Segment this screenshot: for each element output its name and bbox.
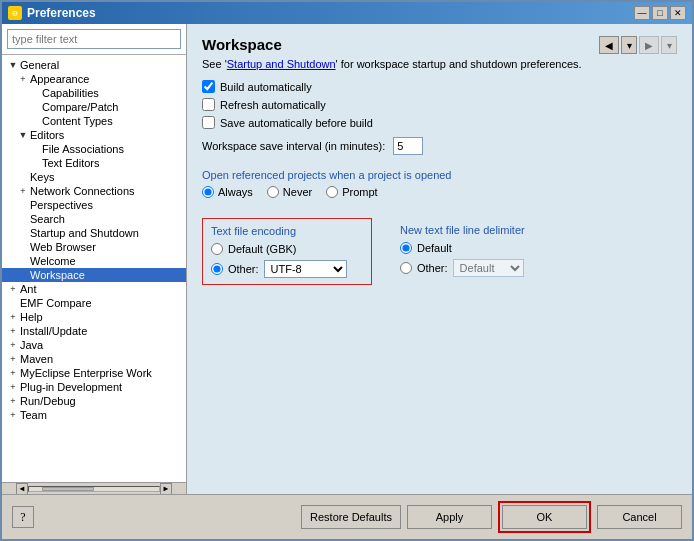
- description-prefix: See ': [202, 58, 227, 70]
- expand-icon-team: +: [6, 410, 20, 420]
- expand-icon-run-debug: +: [6, 396, 20, 406]
- sidebar-item-content-types[interactable]: Content Types: [2, 114, 186, 128]
- checkboxes-area: Build automaticallyRefresh automatically…: [202, 80, 677, 134]
- scroll-right-arrow[interactable]: ▶: [160, 483, 172, 495]
- expand-icon-ant: +: [6, 284, 20, 294]
- forward-dropdown-button[interactable]: ▾: [661, 36, 677, 54]
- sidebar-item-capabilities[interactable]: Capabilities: [2, 86, 186, 100]
- back-dropdown-button[interactable]: ▾: [621, 36, 637, 54]
- tree-label-network-connections: Network Connections: [30, 185, 135, 197]
- sidebar-item-perspectives[interactable]: Perspectives: [2, 198, 186, 212]
- ok-button[interactable]: OK: [502, 505, 587, 529]
- open-ref-prompt-radio[interactable]: [326, 186, 338, 198]
- open-ref-radio-item-never: Never: [267, 186, 312, 198]
- sidebar-item-startup-shutdown[interactable]: Startup and Shutdown: [2, 226, 186, 240]
- help-button[interactable]: ?: [12, 506, 34, 528]
- restore-button[interactable]: □: [652, 6, 668, 20]
- sidebar-item-welcome[interactable]: Welcome: [2, 254, 186, 268]
- expand-icon-maven: +: [6, 354, 20, 364]
- text-encoding-box: Text file encoding Default (GBK) Other: …: [202, 218, 372, 285]
- encoding-dropdown[interactable]: UTF-8UTF-16ISO-8859-1GBK: [264, 260, 347, 278]
- close-button[interactable]: ✕: [670, 6, 686, 20]
- sidebar-item-workspace[interactable]: Workspace: [2, 268, 186, 282]
- sidebar-item-file-associations[interactable]: File Associations: [2, 142, 186, 156]
- sidebar-scrollbar: ◀ ▶: [2, 482, 186, 494]
- sidebar-item-text-editors[interactable]: Text Editors: [2, 156, 186, 170]
- sidebar-item-ant[interactable]: +Ant: [2, 282, 186, 296]
- open-ref-always-radio[interactable]: [202, 186, 214, 198]
- nl-dropdown[interactable]: DefaultUnixWindowsMac: [453, 259, 524, 277]
- tree-label-appearance: Appearance: [30, 73, 89, 85]
- cancel-button[interactable]: Cancel: [597, 505, 682, 529]
- title-bar: ⚙ Preferences — □ ✕: [2, 2, 692, 24]
- sidebar-item-maven[interactable]: +Maven: [2, 352, 186, 366]
- sidebar-item-plugin-dev[interactable]: +Plug-in Development: [2, 380, 186, 394]
- save-before-build-checkbox[interactable]: [202, 116, 215, 129]
- expand-icon-editors: ▼: [16, 130, 30, 140]
- sidebar-item-web-browser[interactable]: Web Browser: [2, 240, 186, 254]
- sidebar-item-java[interactable]: +Java: [2, 338, 186, 352]
- scroll-left-arrow[interactable]: ◀: [16, 483, 28, 495]
- sidebar-item-run-debug[interactable]: +Run/Debug: [2, 394, 186, 408]
- expand-icon-general: ▼: [6, 60, 20, 70]
- tree-label-workspace: Workspace: [30, 269, 85, 281]
- expand-icon-install-update: +: [6, 326, 20, 336]
- main-content: ▼General+AppearanceCapabilitiesCompare/P…: [2, 24, 692, 494]
- filter-input[interactable]: [7, 29, 181, 49]
- tree-label-ant: Ant: [20, 283, 37, 295]
- nl-default-radio[interactable]: [400, 242, 412, 254]
- bottom-bar: ? Restore Defaults Apply OK Cancel: [2, 494, 692, 539]
- description-suffix: ' for workspace startup and shutdown pre…: [336, 58, 582, 70]
- ok-wrap: OK: [498, 501, 591, 533]
- minimize-button[interactable]: —: [634, 6, 650, 20]
- tree-label-file-associations: File Associations: [42, 143, 124, 155]
- refresh-auto-checkbox[interactable]: [202, 98, 215, 111]
- restore-defaults-button[interactable]: Restore Defaults: [301, 505, 401, 529]
- open-ref-prompt-label: Prompt: [342, 186, 377, 198]
- right-panel: Workspace ◀ ▾ ▶ ▾ See 'Startup and Shutd…: [187, 24, 692, 494]
- refresh-auto-label: Refresh automatically: [220, 99, 326, 111]
- startup-shutdown-link[interactable]: Startup and Shutdown: [227, 58, 336, 70]
- tree-label-myeclipse: MyEclipse Enterprise Work: [20, 367, 152, 379]
- sidebar-item-myeclipse[interactable]: +MyEclipse Enterprise Work: [2, 366, 186, 380]
- other-encoding-label: Other:: [228, 263, 259, 275]
- open-ref-never-radio[interactable]: [267, 186, 279, 198]
- sidebar-item-install-update[interactable]: +Install/Update: [2, 324, 186, 338]
- back-button[interactable]: ◀: [599, 36, 619, 54]
- nl-other-radio[interactable]: [400, 262, 412, 274]
- checkbox-row-refresh-auto: Refresh automatically: [202, 98, 677, 111]
- sidebar-item-appearance[interactable]: +Appearance: [2, 72, 186, 86]
- tree-label-web-browser: Web Browser: [30, 241, 96, 253]
- bottom-left: ?: [12, 506, 34, 528]
- tree-label-run-debug: Run/Debug: [20, 395, 76, 407]
- tree-label-keys: Keys: [30, 171, 54, 183]
- tree-label-capabilities: Capabilities: [42, 87, 99, 99]
- nl-other-row: Other: DefaultUnixWindowsMac: [400, 259, 554, 277]
- sidebar-item-network-connections[interactable]: +Network Connections: [2, 184, 186, 198]
- save-interval-input[interactable]: [393, 137, 423, 155]
- other-encoding-radio[interactable]: [211, 263, 223, 275]
- forward-button[interactable]: ▶: [639, 36, 659, 54]
- sidebar-item-general[interactable]: ▼General: [2, 58, 186, 72]
- scroll-thumb[interactable]: [42, 487, 94, 491]
- sidebar-item-compare-patch[interactable]: Compare/Patch: [2, 100, 186, 114]
- sidebar-item-emf-compare[interactable]: EMF Compare: [2, 296, 186, 310]
- sidebar-item-team[interactable]: +Team: [2, 408, 186, 422]
- sidebar-item-help[interactable]: +Help: [2, 310, 186, 324]
- apply-button[interactable]: Apply: [407, 505, 492, 529]
- window-title: Preferences: [27, 6, 96, 20]
- tree-label-emf-compare: EMF Compare: [20, 297, 92, 309]
- preferences-window: ⚙ Preferences — □ ✕ ▼General+AppearanceC…: [0, 0, 694, 541]
- open-ref-radio-item-prompt: Prompt: [326, 186, 377, 198]
- default-gbk-radio[interactable]: [211, 243, 223, 255]
- new-line-title: New text file line delimiter: [400, 224, 554, 236]
- sidebar-item-search[interactable]: Search: [2, 212, 186, 226]
- sidebar-item-editors[interactable]: ▼Editors: [2, 128, 186, 142]
- sidebar-item-keys[interactable]: Keys: [2, 170, 186, 184]
- tree-label-team: Team: [20, 409, 47, 421]
- build-auto-checkbox[interactable]: [202, 80, 215, 93]
- save-before-build-label: Save automatically before build: [220, 117, 373, 129]
- tree-label-java: Java: [20, 339, 43, 351]
- open-ref-title: Open referenced projects when a project …: [202, 169, 677, 181]
- save-interval-row: Workspace save interval (in minutes):: [202, 137, 677, 155]
